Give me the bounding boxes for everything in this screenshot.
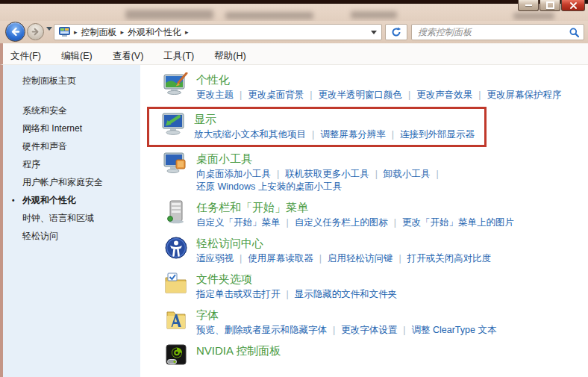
section-fonts: 字体预览、删除或者显示和隐藏字体|更改字体设置|调整 ClearType 文本 [163, 308, 588, 337]
task-link[interactable]: 还原 Windows 上安装的桌面小工具 [196, 181, 342, 192]
folder-options-icon[interactable] [163, 272, 190, 296]
refresh-button[interactable] [385, 24, 407, 40]
task-link[interactable]: 更改声音效果 [416, 90, 472, 100]
taskbar-icon[interactable] [163, 200, 190, 225]
task-link[interactable]: 更改「开始」菜单上的图片 [402, 217, 514, 228]
breadcrumb-arrow-icon[interactable]: ▸ [74, 28, 78, 36]
sidebar-item[interactable]: 时钟、语言和区域 [22, 213, 140, 223]
section-folder-options: 文件夹选项指定单击或双击打开|显示隐藏的文件和文件夹 [163, 272, 588, 301]
section-title[interactable]: 桌面小工具 [196, 152, 445, 166]
section-text: 文件夹选项指定单击或双击打开|显示隐藏的文件和文件夹 [196, 272, 397, 301]
task-link[interactable]: 更改字体设置 [341, 325, 397, 335]
section-title[interactable]: 文件夹选项 [196, 272, 397, 287]
section-links: 自定义「开始」菜单|自定义任务栏上的图标|更改「开始」菜单上的图片 [196, 216, 514, 229]
address-breadcrumb-bar[interactable]: ▸控制面板▸外观和个性化▸ [54, 24, 382, 40]
sidebar-item[interactable]: •外观和个性化 [22, 195, 140, 205]
section-title[interactable]: NVIDIA 控制面板 [196, 343, 281, 358]
task-link[interactable]: 更改屏幕保护程序 [487, 90, 562, 100]
menu-item[interactable]: 编辑(E) [61, 51, 93, 61]
sidebar-item[interactable]: 硬件和声音 [22, 141, 140, 152]
personalization-icon[interactable] [163, 72, 190, 97]
forward-button[interactable] [27, 23, 44, 40]
task-link[interactable]: 显示隐藏的文件和文件夹 [295, 289, 398, 299]
blurred-title-text [125, 10, 213, 19]
nvidia-icon[interactable] [163, 343, 190, 368]
section-personalization: 个性化更改主题|更改桌面背景|更改半透明窗口颜色|更改声音效果|更改屏幕保护程序 [163, 72, 588, 102]
sidebar-item-label: 用户帐户和家庭安全 [22, 177, 103, 187]
section-title[interactable]: 字体 [196, 308, 496, 323]
section-title[interactable]: 个性化 [196, 72, 562, 87]
sidebar-item[interactable]: 网络和 Internet [22, 123, 140, 134]
breadcrumb-arrow-icon[interactable]: ▸ [121, 28, 125, 36]
sidebar-item[interactable]: 用户帐户和家庭安全 [22, 177, 140, 187]
sidebar-item[interactable]: 轻松访问 [22, 231, 140, 241]
section-text: 个性化更改主题|更改桌面背景|更改半透明窗口颜色|更改声音效果|更改屏幕保护程序 [196, 72, 562, 102]
menu-item[interactable]: 帮助(H) [214, 51, 245, 61]
sidebar-item[interactable]: 系统和安全 [22, 105, 140, 116]
task-link[interactable]: 连接到外部显示器 [400, 129, 475, 140]
address-dropdown-icon[interactable] [371, 31, 377, 34]
task-link[interactable]: 放大或缩小文本和其他项目 [194, 129, 306, 140]
breadcrumb-item[interactable]: 外观和个性化 [128, 26, 181, 39]
task-link[interactable]: 指定单击或双击打开 [196, 289, 281, 299]
menu-item[interactable]: 文件(F) [10, 51, 41, 61]
section-text: 轻松访问中心适应弱视|使用屏幕读取器|启用轻松访问键|打开或关闭高对比度 [196, 236, 491, 265]
fonts-icon[interactable] [163, 308, 190, 332]
menu-item[interactable]: 工具(T) [163, 51, 194, 61]
link-separator: | [287, 289, 289, 299]
sidebar-item[interactable]: 程序 [22, 159, 140, 169]
search-icon[interactable] [569, 28, 579, 37]
task-link[interactable]: 联机获取更多小工具 [285, 169, 369, 179]
section-title[interactable]: 显示 [194, 112, 475, 127]
blurred-title-text [225, 12, 313, 19]
link-separator: | [478, 90, 481, 100]
task-link[interactable]: 适应弱视 [196, 253, 234, 264]
link-separator: | [392, 129, 394, 140]
control-panel-icon [59, 27, 70, 37]
section-title[interactable]: 轻松访问中心 [196, 236, 491, 251]
ease-of-access-icon[interactable] [163, 236, 190, 261]
task-link[interactable]: 更改半透明窗口颜色 [319, 90, 403, 100]
refresh-icon [391, 27, 401, 37]
task-link[interactable]: 调整屏幕分辨率 [320, 129, 386, 140]
sidebar-item-control-panel-home[interactable]: 控制面板主页 [22, 75, 140, 87]
task-link[interactable]: 更改主题 [196, 90, 234, 100]
link-separator: | [312, 129, 314, 140]
maximize-button[interactable] [539, 0, 560, 11]
link-separator: | [287, 217, 289, 228]
task-link[interactable]: 打开或关闭高对比度 [407, 253, 492, 264]
task-link[interactable]: 使用屏幕读取器 [248, 253, 313, 264]
display-icon[interactable] [160, 112, 187, 137]
task-link[interactable]: 启用轻松访问键 [328, 253, 393, 264]
task-link[interactable]: 预览、删除或者显示和隐藏字体 [196, 325, 327, 335]
minimize-icon [525, 4, 532, 6]
menu-item[interactable]: 查看(V) [113, 51, 144, 61]
sidebar-item-label: 程序 [22, 159, 40, 169]
history-dropdown-button[interactable] [46, 31, 52, 44]
task-link[interactable]: 自定义「开始」菜单 [196, 217, 281, 228]
task-link[interactable]: 卸载小工具 [384, 169, 431, 179]
sidebar-item-label: 硬件和声音 [22, 141, 67, 152]
sidebar-item-label: 轻松访问 [22, 231, 58, 241]
search-input[interactable] [416, 26, 569, 38]
control-panel-window: { "address_bar": { "breadcrumb": ["控制面板"… [0, 0, 588, 377]
address-row: ▸控制面板▸外观和个性化▸ [0, 21, 588, 43]
breadcrumb-item[interactable]: 控制面板 [81, 26, 117, 39]
sidebar-list: 系统和安全网络和 Internet硬件和声音程序用户帐户和家庭安全•外观和个性化… [22, 105, 140, 241]
gadgets-icon[interactable] [163, 152, 190, 176]
minimize-button[interactable] [518, 0, 539, 11]
task-link[interactable]: 自定义任务栏上的图标 [295, 217, 388, 228]
section-title[interactable]: 任务栏和「开始」菜单 [196, 200, 514, 215]
breadcrumb-arrow-icon[interactable]: ▸ [185, 28, 189, 36]
link-separator: | [310, 90, 312, 100]
section-links: 向桌面添加小工具|联机获取更多小工具|卸载小工具| [196, 168, 445, 181]
task-link[interactable]: 向桌面添加小工具 [196, 169, 271, 179]
close-button[interactable] [561, 0, 585, 11]
task-link[interactable]: 调整 ClearType 文本 [412, 325, 497, 335]
back-button[interactable] [5, 22, 25, 42]
sidebar-item-label: 系统和安全 [22, 105, 67, 116]
section-text: NVIDIA 控制面板 [196, 343, 281, 368]
section-display-highlighted: 显示放大或缩小文本和其他项目|调整屏幕分辨率|连接到外部显示器 [147, 107, 487, 147]
section-ease-of-access-center: 轻松访问中心适应弱视|使用屏幕读取器|启用轻松访问键|打开或关闭高对比度 [163, 236, 588, 265]
task-link[interactable]: 更改桌面背景 [248, 90, 304, 100]
